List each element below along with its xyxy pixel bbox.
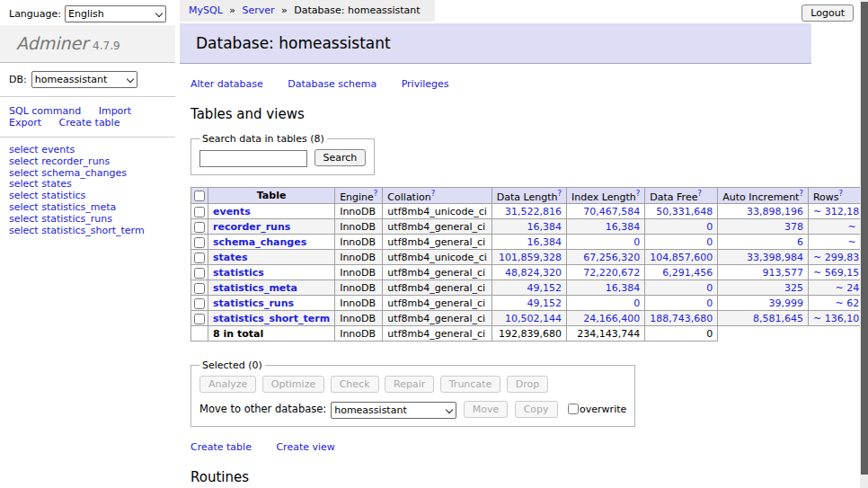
data-length-link[interactable]: 49,152 bbox=[527, 282, 562, 294]
index-length-link[interactable]: 0 bbox=[633, 297, 640, 309]
data-length-link[interactable]: 16,384 bbox=[527, 221, 562, 233]
index-length-link[interactable]: 0 bbox=[633, 236, 640, 248]
data-free-link[interactable]: 104,857,600 bbox=[650, 252, 713, 263]
repair-button[interactable]: Repair bbox=[385, 376, 434, 393]
data-free-link[interactable]: 188,743,680 bbox=[650, 313, 713, 324]
search-input[interactable] bbox=[199, 150, 307, 167]
data-length-link[interactable]: 16,384 bbox=[527, 236, 562, 248]
auto-increment-link[interactable]: 6 bbox=[797, 236, 803, 248]
scrollbar[interactable] bbox=[860, 0, 868, 488]
select-link[interactable]: select bbox=[9, 190, 39, 201]
adminer-version[interactable]: 4.7.9 bbox=[93, 40, 120, 52]
database-schema-link[interactable]: Database schema bbox=[288, 78, 376, 90]
optimize-button[interactable]: Optimize bbox=[262, 376, 324, 393]
privileges-link[interactable]: Privileges bbox=[402, 78, 449, 90]
sidebar-item-sql-command[interactable]: SQL command bbox=[9, 105, 81, 117]
data-free-link[interactable]: 0 bbox=[706, 282, 713, 294]
move-database-select[interactable]: homeassistant bbox=[331, 402, 456, 419]
table-link[interactable]: schema_changes bbox=[41, 167, 127, 179]
data-free-link[interactable]: 50,331,648 bbox=[656, 206, 713, 217]
table-name-link[interactable]: statistics_short_term bbox=[213, 313, 330, 324]
auto-increment-link[interactable]: 325 bbox=[784, 282, 803, 294]
data-length-link[interactable]: 31,522,816 bbox=[505, 206, 562, 217]
select-link[interactable]: select bbox=[9, 201, 39, 213]
row-checkbox[interactable] bbox=[194, 253, 205, 263]
index-length-link[interactable]: 24,166,400 bbox=[583, 313, 640, 324]
check-button[interactable]: Check bbox=[331, 376, 379, 393]
truncate-button[interactable]: Truncate bbox=[440, 376, 500, 393]
auto-increment-link[interactable]: 378 bbox=[784, 221, 803, 233]
row-checkbox[interactable] bbox=[194, 268, 205, 279]
table-name-link[interactable]: states bbox=[213, 252, 248, 263]
logout-button[interactable]: Logout bbox=[802, 4, 854, 22]
data-length-link[interactable]: 49,152 bbox=[527, 297, 562, 309]
sidebar-item-create-table[interactable]: Create table bbox=[59, 117, 120, 129]
db-select[interactable]: homeassistant bbox=[31, 71, 137, 88]
column-help-link[interactable]: ? bbox=[431, 189, 436, 198]
table-name-link[interactable]: events bbox=[213, 206, 251, 217]
sidebar-item-export[interactable]: Export bbox=[9, 117, 41, 129]
select-link[interactable]: select bbox=[9, 144, 39, 155]
select-link[interactable]: select bbox=[9, 225, 39, 236]
sidebar-item-import[interactable]: Import bbox=[99, 105, 132, 117]
table-name-link[interactable]: schema_changes bbox=[213, 236, 306, 248]
select-all-checkbox[interactable] bbox=[194, 191, 205, 201]
auto-increment-link[interactable]: 33,398,984 bbox=[747, 252, 803, 263]
index-length-link[interactable]: 16,384 bbox=[606, 221, 641, 233]
rows-count-link[interactable]: ~ 569,159 bbox=[813, 267, 865, 279]
rows-count-link[interactable]: ~ 312,180 bbox=[813, 206, 865, 217]
data-free-link[interactable]: 0 bbox=[706, 221, 713, 233]
column-help-link[interactable]: ? bbox=[697, 189, 702, 198]
rows-count-link[interactable]: ~ 299,833 bbox=[813, 252, 865, 263]
table-link[interactable]: statistics_short_term bbox=[41, 225, 144, 236]
search-button[interactable]: Search bbox=[314, 149, 367, 166]
data-free-link[interactable]: 0 bbox=[706, 297, 713, 309]
table-link[interactable]: states bbox=[41, 178, 72, 190]
overwrite-checkbox[interactable] bbox=[568, 404, 579, 414]
select-link[interactable]: select bbox=[9, 178, 39, 190]
breadcrumb-server-link[interactable]: Server bbox=[243, 4, 275, 16]
analyze-button[interactable]: Analyze bbox=[199, 376, 256, 393]
index-length-link[interactable]: 67,256,320 bbox=[583, 252, 640, 263]
index-length-link[interactable]: 72,220,672 bbox=[583, 267, 640, 279]
auto-increment-link[interactable]: 913,577 bbox=[762, 267, 803, 279]
index-length-link[interactable]: 16,384 bbox=[606, 282, 641, 294]
index-length-link[interactable]: 70,467,584 bbox=[583, 206, 640, 217]
row-checkbox[interactable] bbox=[194, 298, 205, 309]
copy-button[interactable]: Copy bbox=[515, 401, 558, 418]
select-link[interactable]: select bbox=[9, 167, 39, 179]
table-name-link[interactable]: recorder_runs bbox=[213, 221, 290, 233]
auto-increment-link[interactable]: 39,999 bbox=[768, 297, 803, 309]
drop-button[interactable]: Drop bbox=[507, 376, 548, 393]
breadcrumb-mysql-link[interactable]: MySQL bbox=[189, 4, 223, 16]
create-table-link[interactable]: Create table bbox=[190, 441, 252, 453]
data-free-link[interactable]: 6,291,456 bbox=[662, 267, 713, 279]
table-name-link[interactable]: statistics bbox=[213, 267, 264, 279]
table-name-link[interactable]: statistics_meta bbox=[213, 282, 297, 294]
create-view-link[interactable]: Create view bbox=[276, 441, 334, 453]
select-link[interactable]: select bbox=[9, 155, 39, 167]
language-select[interactable]: English bbox=[65, 5, 166, 22]
row-checkbox[interactable] bbox=[194, 207, 205, 217]
column-help-link[interactable]: ? bbox=[839, 189, 844, 198]
table-link[interactable]: statistics_meta bbox=[41, 201, 116, 213]
data-length-link[interactable]: 48,824,320 bbox=[505, 267, 562, 279]
data-free-link[interactable]: 0 bbox=[706, 236, 713, 248]
column-help-link[interactable]: ? bbox=[636, 189, 641, 198]
auto-increment-link[interactable]: 33,898,196 bbox=[747, 206, 803, 217]
rows-count-link[interactable]: ~ 136,108 bbox=[813, 313, 865, 324]
table-name-link[interactable]: statistics_runs bbox=[213, 297, 294, 309]
row-checkbox[interactable] bbox=[194, 237, 205, 248]
data-length-link[interactable]: 101,859,328 bbox=[499, 252, 562, 263]
alter-database-link[interactable]: Alter database bbox=[190, 78, 263, 90]
move-button[interactable]: Move bbox=[464, 401, 509, 418]
table-link[interactable]: statistics_runs bbox=[41, 213, 112, 225]
select-link[interactable]: select bbox=[9, 213, 39, 225]
table-link[interactable]: events bbox=[41, 144, 75, 155]
column-help-link[interactable]: ? bbox=[374, 189, 378, 198]
row-checkbox[interactable] bbox=[194, 283, 205, 294]
auto-increment-link[interactable]: 8,581,645 bbox=[753, 313, 803, 324]
row-checkbox[interactable] bbox=[194, 314, 205, 324]
row-checkbox[interactable] bbox=[194, 222, 205, 233]
column-help-link[interactable]: ? bbox=[799, 189, 803, 198]
